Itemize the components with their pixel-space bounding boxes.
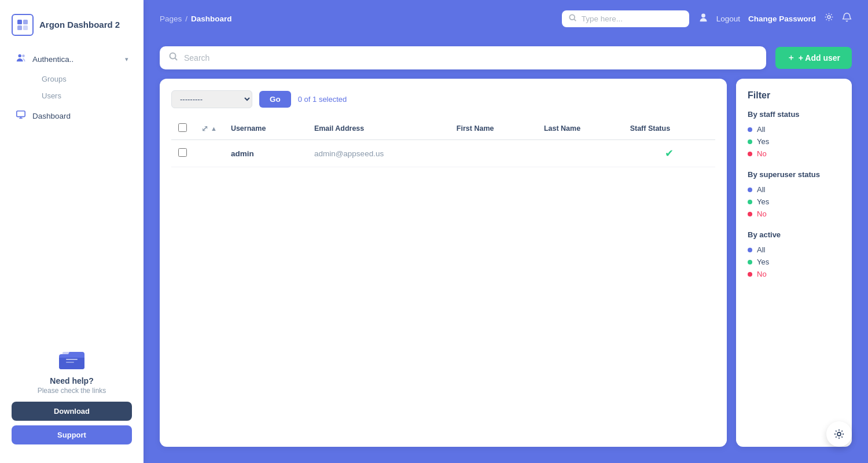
sidebar-title: Argon Dashboard 2 [39, 20, 120, 30]
sidebar-item-auth-label: Authentica.. [32, 55, 73, 64]
filter-dot-1-2 [748, 212, 752, 216]
add-user-plus-icon: ＋ [787, 53, 795, 63]
svg-point-12 [701, 14, 705, 18]
breadcrumb-current: Dashboard [191, 14, 232, 23]
svg-rect-2 [17, 25, 22, 30]
svg-point-15 [837, 432, 841, 436]
filter-label-2-1: Yes [757, 258, 769, 266]
content-search-input[interactable] [184, 53, 757, 63]
svg-rect-0 [17, 20, 22, 24]
svg-rect-6 [17, 111, 25, 117]
filter-section-title-2: By active [748, 230, 840, 239]
filter-section-title-0: By staff status [748, 110, 840, 119]
sidebar-dashboard-label: Dashboard [32, 112, 71, 120]
action-select[interactable]: --------- [171, 90, 252, 108]
col-firstname: First Name [450, 117, 537, 140]
filter-label-1-0: All [757, 185, 765, 194]
change-password-link[interactable]: Change Password [748, 14, 816, 23]
filter-item-0-0[interactable]: All [748, 123, 840, 135]
sidebar-sub-navigation: Groups Users [7, 71, 137, 104]
main-content: Pages / Dashboard Logout Change Passwor [144, 0, 868, 463]
breadcrumb-separator: / [185, 14, 187, 23]
filter-dot-0-0 [748, 127, 752, 132]
header-actions: Logout Change Password [698, 12, 852, 25]
col-lastname: Last Name [537, 117, 623, 140]
table-toolbar: --------- Go 0 of 1 selected [171, 90, 715, 108]
cell-email-0: admin@appseed.us [307, 140, 450, 167]
logout-link[interactable]: Logout [716, 14, 740, 23]
sidebar-help-section: Need help? Please check the links Downlo… [0, 332, 144, 454]
sidebar-navigation: Authentica.. ▾ Groups Users Dashboard [0, 47, 144, 332]
filter-label-2-0: All [757, 245, 765, 254]
support-button[interactable]: Support [12, 425, 132, 444]
download-button[interactable]: Download [12, 402, 132, 421]
breadcrumb: Pages / Dashboard [160, 14, 553, 23]
content-area: ＋ + Add user --------- Go 0 of 1 selecte… [144, 37, 868, 463]
filter-label-0-1: Yes [757, 137, 769, 146]
filter-panel: Filter By staff status All Yes No By sup… [736, 79, 852, 447]
users-table: ⤢ ▲ Username Email Address [171, 117, 715, 167]
selected-count: 0 of 1 selected [298, 95, 347, 104]
filter-label-1-2: No [757, 210, 767, 218]
svg-rect-9 [66, 359, 78, 360]
sidebar: Argon Dashboard 2 Authentica.. ▾ Groups … [0, 0, 144, 463]
sidebar-item-users[interactable]: Users [34, 87, 137, 104]
users-table-card: --------- Go 0 of 1 selected [160, 79, 727, 447]
filter-dot-2-1 [748, 260, 752, 264]
filter-sections: By staff status All Yes No By superuser … [748, 110, 840, 280]
filter-item-2-0[interactable]: All [748, 244, 840, 256]
breadcrumb-pages: Pages [160, 14, 182, 23]
filter-item-1-2[interactable]: No [748, 208, 840, 220]
filter-item-0-2[interactable]: No [748, 148, 840, 160]
filter-item-2-1[interactable]: Yes [748, 256, 840, 268]
filter-dot-2-2 [748, 272, 752, 277]
go-button[interactable]: Go [259, 91, 291, 108]
filter-item-2-2[interactable]: No [748, 268, 840, 280]
sidebar-groups-label: Groups [42, 75, 67, 83]
header-search-box [562, 10, 689, 27]
content-search-icon [169, 52, 178, 64]
filter-label-2-2: No [757, 270, 767, 278]
sidebar-users-label: Users [42, 91, 61, 100]
content-search-bar [160, 46, 766, 69]
chevron-down-icon: ▾ [125, 56, 128, 63]
filter-section-1: By superuser status All Yes No [748, 170, 840, 220]
resize-icon: ⤢ [201, 124, 208, 133]
add-user-label: + Add user [799, 53, 840, 63]
svg-rect-10 [66, 362, 74, 363]
svg-point-11 [569, 14, 575, 20]
filter-dot-0-2 [748, 152, 752, 156]
cell-username-0: admin [224, 140, 307, 167]
users-icon [15, 53, 27, 65]
header-search-input[interactable] [582, 14, 682, 23]
row-checkbox-0[interactable] [178, 148, 187, 157]
user-icon [698, 12, 708, 25]
help-title: Need help? [12, 376, 132, 385]
sidebar-item-authentication[interactable]: Authentica.. ▾ [7, 47, 137, 71]
col-username: Username [224, 117, 307, 140]
select-all-checkbox[interactable] [178, 123, 187, 132]
sidebar-item-dashboard[interactable]: Dashboard [7, 104, 137, 127]
floating-settings-button[interactable] [826, 421, 852, 447]
bell-icon[interactable] [842, 12, 852, 25]
settings-icon[interactable] [824, 12, 834, 25]
filter-label-0-2: No [757, 149, 767, 158]
svg-rect-3 [23, 25, 28, 30]
filter-item-0-1[interactable]: Yes [748, 135, 840, 148]
svg-point-13 [827, 16, 830, 19]
add-user-button[interactable]: ＋ + Add user [775, 47, 852, 69]
svg-point-5 [22, 54, 25, 57]
logo-icon [12, 14, 34, 36]
filter-item-1-0[interactable]: All [748, 183, 840, 196]
svg-rect-1 [23, 20, 28, 24]
table-filter-section: --------- Go 0 of 1 selected [160, 79, 852, 447]
header-search-icon [569, 14, 577, 24]
filter-item-1-1[interactable]: Yes [748, 196, 840, 208]
sidebar-item-groups[interactable]: Groups [34, 71, 137, 87]
svg-point-4 [19, 54, 21, 57]
monitor-icon [15, 109, 27, 122]
sort-asc-icon: ▲ [211, 125, 217, 132]
col-checkbox [171, 117, 194, 140]
svg-point-14 [170, 53, 176, 59]
search-add-row: ＋ + Add user [160, 46, 852, 69]
